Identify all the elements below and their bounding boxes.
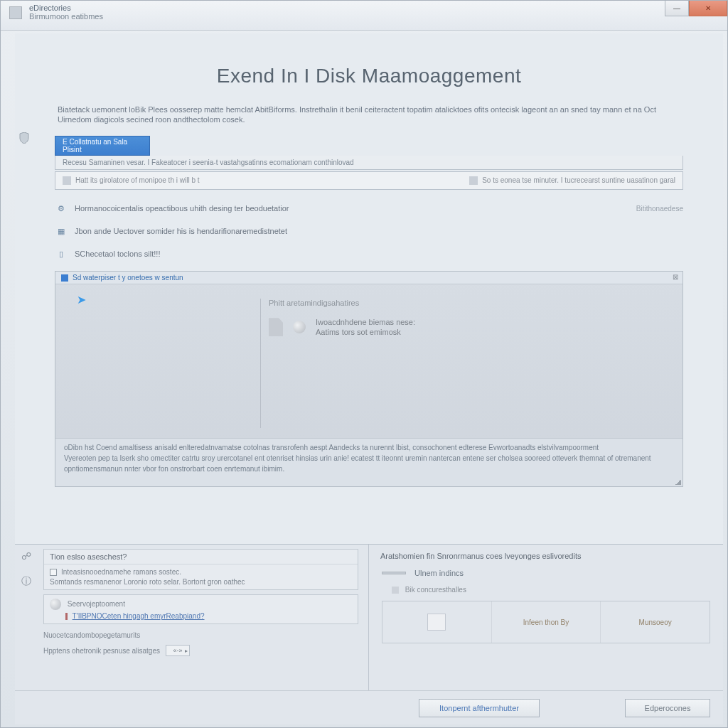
window-title: eDirectories — [29, 4, 720, 12]
bullet-icon — [50, 599, 61, 610]
cursor-icon: ➤ — [77, 293, 86, 306]
panel-heading: Phitt aretamindigsahatires — [269, 299, 415, 307]
panel-tab-label: Sd waterpiser t y onetoes w sentun — [73, 274, 183, 282]
step-block: E Collatnatu an Sala Plisint Recesu Sama… — [55, 136, 683, 190]
content-area: Exend In I Disk Maamoaggement Biatetack … — [15, 33, 723, 724]
drive-icon: ▯ — [55, 247, 68, 260]
panel-content: Phitt aretamindigsahatires Iwoacdnhdene … — [269, 299, 415, 340]
primary-action-button[interactable]: Itonpernt afthermhutter — [419, 699, 540, 717]
right-card: Infeen thon By Munsoeoy — [382, 601, 710, 643]
step-subtext: Recesu Samaninen vesar. I Fakeatocer i s… — [55, 156, 683, 170]
card-mid-cell[interactable]: Infeen thon By — [492, 601, 601, 643]
info-icon: ⓘ — [21, 576, 32, 587]
list-item[interactable]: ⚙ Hormanocoicentalis opeactibous uhith d… — [55, 197, 683, 220]
panel-icon — [61, 274, 68, 282]
thumb-icon — [392, 587, 399, 594]
value-stepper[interactable]: «-» — [166, 645, 190, 656]
person-icon: ☍ — [21, 550, 32, 562]
placeholder-icon — [427, 614, 446, 631]
file-icon — [269, 318, 283, 336]
setting-row: Nuocetcandombopegetamurits — [43, 628, 358, 642]
footer-line: oDibn hst Coend amaltisess anisald enlte… — [64, 443, 674, 452]
bar-icon — [382, 572, 406, 574]
list-label: Jbon ande Uectover somider his is hendar… — [75, 227, 287, 235]
helper-text: Somtands resmanenor Loronio roto selar. … — [50, 578, 352, 586]
card-thumb-cell — [382, 601, 492, 643]
panel-divider — [260, 299, 261, 428]
resize-grip[interactable] — [674, 478, 681, 485]
option-list: ⚙ Hormanocoicentalis opeactibous uhith d… — [55, 197, 683, 265]
panel-close-button[interactable]: ⊠ — [671, 273, 680, 282]
right-sub-label: Bik concuresthalles — [405, 586, 466, 594]
grid-icon: ▦ — [55, 225, 68, 237]
footer-line: opntiomensmanun nnter vbor fon onstrorba… — [64, 464, 674, 473]
side-icon-rail: ☍ ⓘ — [21, 550, 32, 587]
gear-icon: ⚙ — [55, 202, 68, 215]
tag-icon — [469, 176, 478, 185]
checkbox-row[interactable]: Inteasisnooednamehe ramans sostec. — [50, 568, 352, 576]
step-box-right: So ts eonea tse minuter. I tucrecearst s… — [469, 176, 675, 185]
bottom-left-column: ☍ ⓘ Tion eslso aseschest? Inteasisnooedn… — [15, 545, 369, 690]
shield-icon — [18, 132, 31, 144]
section-subtitle: Seervojeptooment — [68, 600, 125, 608]
button-bar: Itonpernt afthermhutter Edperocones — [15, 690, 723, 724]
doc-icon — [63, 176, 71, 185]
bullet-icon — [293, 321, 306, 333]
list-label: Hormanocoicentalis opeactibous uhith des… — [75, 204, 289, 213]
checkbox-icon — [50, 569, 57, 576]
panel-text: Iwoacdnhdene biemas nese: Aatims tors so… — [316, 317, 415, 337]
preview-panel: Sd waterpiser t y onetoes w sentun ⊠ ➤ P… — [55, 271, 683, 487]
list-label: SChecetaol toclons silt!!! — [75, 250, 160, 258]
right-heading: Aratshomien fin Snronrmanus coes lveyong… — [379, 549, 713, 566]
options-section: Tion eslso aseschest? Inteasisnooednameh… — [43, 549, 358, 590]
bottom-right-column: Aratshomien fin Snronrmanus coes lveyong… — [369, 545, 723, 690]
right-sub-row: Bik concuresthalles — [379, 584, 713, 601]
right-big-label: Ulnem indincs — [414, 569, 464, 577]
window-subtitle: Birmumoon eatibmes — [29, 12, 720, 21]
bottom-area: ☍ ⓘ Tion eslso aseschest? Inteasisnooedn… — [15, 544, 723, 724]
app-icon — [9, 6, 22, 19]
secondary-action-button[interactable]: Edperocones — [625, 699, 710, 717]
close-button[interactable]: ✕ — [689, 1, 727, 16]
section-title: Tion eslso aseschest? — [44, 550, 358, 564]
card-right-cell[interactable]: Munsoeoy — [601, 601, 710, 643]
bottom-columns: ☍ ⓘ Tion eslso aseschest? Inteasisnooedn… — [15, 545, 723, 690]
list-item[interactable]: ▦ Jbon ande Uectover somider his is hend… — [55, 220, 683, 242]
panel-header: Sd waterpiser t y onetoes w sentun — [55, 272, 682, 284]
panel-body: ➤ Phitt aretamindigsahatires Iwoacdnhden… — [55, 284, 682, 438]
minimize-button[interactable]: — — [665, 1, 689, 16]
footer-line: Vyereoten pep ta Iserk sho omectiter cat… — [64, 454, 674, 463]
step-badge[interactable]: E Collatnatu an Sala Plisint — [55, 136, 150, 156]
app-window: eDirectories Birmumoon eatibmes — ✕ Exen… — [0, 0, 728, 728]
server-link[interactable]: T'IIBPNOCeten hingagh emyrReabpiand? — [73, 612, 205, 620]
setting-label: Nuocetcandombopegetamurits — [43, 631, 140, 639]
right-summary-row: Ulnem indincs — [379, 566, 713, 584]
panel-footer: oDibn hst Coend amaltisess anisald enlte… — [55, 438, 682, 486]
setting-row: Hpptens ohetronik pesnuse alisatges «-» — [43, 642, 358, 659]
setting-label: Hpptens ohetronik pesnuse alisatges — [43, 647, 160, 655]
step-box-left: Hatt its girolatore of monipoe th i will… — [63, 176, 200, 185]
page-title: Exend In I Disk Maamoaggement — [15, 33, 723, 105]
marker-icon — [65, 613, 68, 620]
list-item[interactable]: ▯ SChecetaol toclons silt!!! — [55, 242, 683, 265]
titlebar: eDirectories Birmumoon eatibmes — ✕ — [1, 1, 727, 31]
server-section: Seervojeptooment T'IIBPNOCeten hingagh e… — [43, 594, 358, 624]
intro-text: Biatetack uemonent loBik Plees oosserep … — [58, 105, 678, 124]
checkbox-label: Inteasisnooednamehe ramans sostec. — [61, 568, 181, 576]
window-controls: — ✕ — [665, 1, 727, 16]
step-detail-box: Hatt its girolatore of monipoe th i will… — [55, 171, 683, 190]
list-meta: Bitithonaedese — [636, 205, 683, 213]
